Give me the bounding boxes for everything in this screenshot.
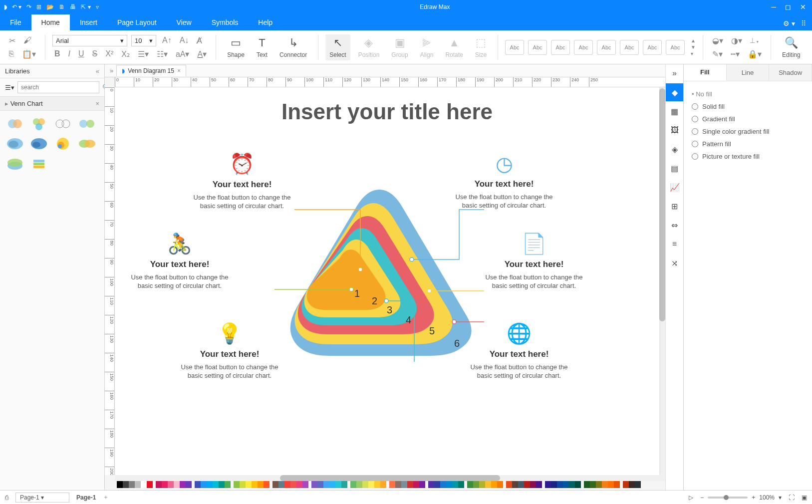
strike-icon[interactable]: S — [90, 48, 100, 59]
lock-icon[interactable]: 🔒▾ — [746, 48, 764, 60]
color-swatch[interactable] — [368, 481, 374, 488]
color-swatch[interactable] — [350, 481, 356, 488]
color-swatch[interactable] — [246, 481, 252, 488]
image-icon[interactable]: 🖼 — [666, 121, 684, 139]
color-swatch[interactable] — [302, 481, 308, 488]
color-swatch[interactable] — [635, 481, 641, 488]
color-swatch[interactable] — [374, 481, 380, 488]
fill-option-gradient[interactable]: Gradient fill — [692, 115, 804, 123]
color-swatch[interactable] — [485, 481, 491, 488]
color-swatch[interactable] — [512, 481, 518, 488]
style-chip[interactable]: Abc — [620, 40, 639, 55]
select-button[interactable]: ↖Select — [325, 34, 350, 60]
paste-icon[interactable]: 📋▾ — [20, 48, 38, 60]
fontcolor-icon[interactable]: A▾ — [196, 48, 209, 60]
color-swatch[interactable] — [452, 481, 458, 488]
undo-icon[interactable]: ↶ ▾ — [12, 3, 21, 10]
color-swatch[interactable] — [356, 481, 362, 488]
expand-icon[interactable]: » — [107, 67, 116, 74]
pages-icon[interactable]: ⎙ — [5, 494, 8, 501]
color-swatch[interactable] — [389, 481, 395, 488]
lib-shape[interactable] — [5, 136, 25, 152]
lib-shape[interactable] — [77, 136, 97, 152]
color-swatch[interactable] — [168, 481, 174, 488]
color-swatch[interactable] — [329, 481, 335, 488]
color-swatch[interactable] — [195, 481, 201, 488]
align-tool-icon[interactable]: ≡ — [666, 235, 684, 253]
export-icon[interactable]: ⇱ ▾ — [81, 3, 90, 10]
color-swatch[interactable] — [407, 481, 413, 488]
callout-6[interactable]: 🌐 Your text here! Use the float button t… — [469, 322, 569, 380]
print-icon[interactable]: 🖶 — [70, 3, 76, 10]
menu-tab-home[interactable]: Home — [31, 14, 70, 30]
color-swatch[interactable] — [290, 481, 296, 488]
chart-icon[interactable]: 📈 — [666, 178, 684, 196]
color-swatch[interactable] — [545, 481, 551, 488]
color-swatch[interactable] — [362, 481, 368, 488]
style-chip[interactable]: Abc — [551, 40, 570, 55]
color-swatch[interactable] — [413, 481, 419, 488]
fill-icon[interactable]: ◒▾ — [710, 35, 725, 46]
apps-icon[interactable]: ⠿ — [801, 19, 806, 27]
color-swatch[interactable] — [234, 481, 240, 488]
expand-right-icon[interactable]: » — [666, 64, 684, 82]
fill-option-pattern[interactable]: Pattern fill — [692, 140, 804, 148]
color-swatch[interactable] — [219, 481, 225, 488]
color-swatch[interactable] — [584, 481, 590, 488]
color-swatch[interactable] — [446, 481, 452, 488]
layers-icon[interactable]: ◈ — [666, 140, 684, 158]
color-swatch[interactable] — [264, 481, 270, 488]
format-painter-icon[interactable]: 🖌 — [21, 35, 33, 46]
shuffle-icon[interactable]: ⤨ — [666, 254, 684, 272]
redo-icon[interactable]: ↷ — [26, 3, 31, 10]
document-tab[interactable]: ◗ Venn Diagram 15 × — [116, 65, 186, 76]
color-swatch[interactable] — [141, 481, 147, 488]
style-chip[interactable]: Abc — [505, 40, 524, 55]
callout-5[interactable]: 💡 Your text here! Use the float button t… — [180, 322, 279, 380]
data-icon[interactable]: ▤ — [666, 159, 684, 177]
color-swatch[interactable] — [557, 481, 563, 488]
collapse-libraries-icon[interactable]: « — [96, 67, 99, 75]
lib-shape[interactable] — [77, 116, 97, 132]
props-tab-shadow[interactable]: Shadow — [769, 64, 812, 81]
color-swatch[interactable] — [272, 481, 278, 488]
maximize-icon[interactable]: ◻ — [785, 3, 791, 11]
menu-tab-view[interactable]: View — [167, 14, 202, 30]
menu-tab-help[interactable]: Help — [248, 14, 282, 30]
color-swatch[interactable] — [590, 481, 596, 488]
style-chip[interactable]: Abc — [666, 40, 685, 55]
style-scroll-icon[interactable]: ▼ — [691, 44, 696, 50]
close-icon[interactable]: ✕ — [800, 3, 806, 11]
table-icon[interactable]: ⊞ — [666, 197, 684, 215]
color-swatch[interactable] — [341, 481, 347, 488]
style-gallery[interactable]: AbcAbcAbcAbcAbcAbcAbcAbc▲▼▾ — [505, 38, 696, 56]
menu-tab-symbols[interactable]: Symbols — [202, 14, 249, 30]
scrollbar-h[interactable] — [115, 475, 665, 481]
color-swatch[interactable] — [530, 481, 536, 488]
fill-option-picture[interactable]: Picture or texture fill — [692, 153, 804, 160]
fontsize-select[interactable]: 10▾ — [131, 35, 156, 46]
lib-shape[interactable] — [5, 116, 25, 132]
lib-section-close-icon[interactable]: × — [95, 100, 99, 107]
color-swatch[interactable] — [524, 481, 530, 488]
lib-shape[interactable] — [53, 116, 73, 132]
color-swatch[interactable] — [551, 481, 557, 488]
color-swatch[interactable] — [608, 481, 614, 488]
props-tab-line[interactable]: Line — [727, 64, 770, 81]
color-swatch[interactable] — [440, 481, 446, 488]
menu-tab-page-layout[interactable]: Page Layout — [107, 14, 167, 30]
color-swatch[interactable] — [323, 481, 329, 488]
style-scroll-icon[interactable]: ▾ — [691, 51, 696, 56]
superscript-icon[interactable]: X² — [103, 48, 115, 59]
zoom-out-icon[interactable]: − — [700, 494, 704, 501]
color-swatch[interactable] — [213, 481, 219, 488]
editing-button[interactable]: 🔍Editing — [778, 34, 805, 60]
fit-icon[interactable]: ▣ — [802, 494, 807, 501]
pen-icon[interactable]: ✎▾ — [710, 48, 725, 60]
library-menu-icon[interactable]: ☰▾ — [5, 84, 14, 91]
shape-button[interactable]: ▭Shape — [223, 34, 249, 60]
color-swatch[interactable] — [629, 481, 635, 488]
color-swatch[interactable] — [467, 481, 473, 488]
clear-format-icon[interactable]: A̸ — [195, 35, 204, 46]
position-button[interactable]: ◈Position — [354, 34, 384, 60]
